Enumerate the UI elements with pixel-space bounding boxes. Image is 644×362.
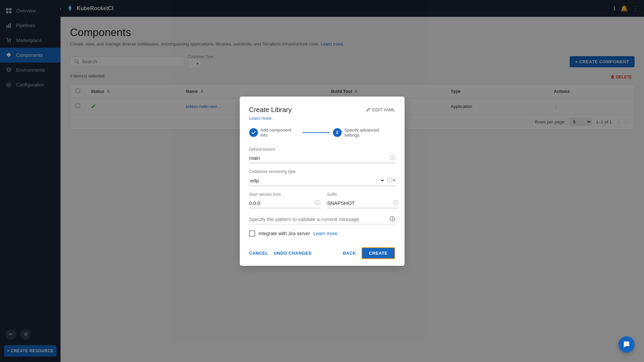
cancel-button[interactable]: CANCEL <box>249 251 268 256</box>
jira-label: Integrate with Jira server <box>259 231 310 236</box>
versioning-info-icon[interactable]: ⓘ <box>387 177 392 184</box>
step2-label: Specify advanced settings <box>344 128 395 138</box>
commit-pattern-input[interactable] <box>249 216 390 222</box>
commit-pattern-field: ⓘ <box>249 214 395 224</box>
start-version-label: Start version from <box>249 192 320 197</box>
version-suffix-row: Start version from ⓘ Suffix ⓘ <box>249 192 395 214</box>
step-connector <box>303 132 330 133</box>
step1-label: Add component info <box>261 128 299 138</box>
default-branch-field: Default branch ⓘ <box>249 147 395 163</box>
suffix-input-wrapper: ⓘ <box>327 198 399 208</box>
create-button[interactable]: CREATE <box>362 247 395 259</box>
commit-pattern-info-icon[interactable]: ⓘ <box>390 216 395 223</box>
undo-changes-button[interactable]: UNDO CHANGES <box>274 251 312 256</box>
modal-title: Create Library <box>249 106 292 114</box>
modal-learn-more-link[interactable]: Learn more. <box>249 116 395 121</box>
default-branch-input-wrapper: ⓘ <box>249 153 395 163</box>
codebase-versioning-field: Codebase versioning type edp semver defa… <box>249 169 395 186</box>
jira-row: Integrate with Jira server Learn more. <box>249 230 395 237</box>
modal-footer: CANCEL UNDO CHANGES BACK CREATE <box>249 245 395 259</box>
default-branch-input[interactable] <box>249 154 388 161</box>
modal-overlay[interactable]: Create Library EDIT YAML Learn more. Add… <box>0 0 644 362</box>
back-button[interactable]: BACK <box>343 251 356 256</box>
codebase-versioning-select[interactable]: edp semver default <box>249 177 385 184</box>
checkmark-icon <box>251 130 256 135</box>
default-branch-label: Default branch <box>249 147 395 152</box>
start-version-field: Start version from ⓘ <box>249 192 320 208</box>
default-branch-info-icon[interactable]: ⓘ <box>390 154 395 161</box>
suffix-input[interactable] <box>327 200 391 207</box>
checkbox-unchecked-icon <box>250 231 255 236</box>
jira-checkbox[interactable] <box>249 230 255 237</box>
suffix-label: Suffix <box>327 192 399 197</box>
pencil-icon <box>366 107 371 112</box>
start-version-input[interactable] <box>249 200 313 207</box>
start-version-input-wrapper: ⓘ <box>249 198 320 208</box>
jira-learn-more-link[interactable]: Learn more. <box>313 231 339 236</box>
chat-fab-button[interactable] <box>618 336 635 353</box>
start-version-info-icon[interactable]: ⓘ <box>315 200 320 207</box>
stepper: Add component info 2 Specify advanced se… <box>249 128 395 138</box>
suffix-field: Suffix ⓘ <box>327 192 399 208</box>
codebase-versioning-label: Codebase versioning type <box>249 169 395 174</box>
modal-header: Create Library EDIT YAML <box>249 106 395 114</box>
step-1: Add component info <box>249 128 299 138</box>
suffix-info-icon[interactable]: ⓘ <box>393 200 399 207</box>
codebase-versioning-input-wrapper: edp semver default ⓘ ▾ <box>249 175 395 186</box>
step-2: 2 Specify advanced settings <box>333 128 395 138</box>
step2-circle: 2 <box>333 128 342 137</box>
versioning-dropdown-icon[interactable]: ▾ <box>393 178 395 183</box>
step1-circle <box>249 128 258 137</box>
create-library-modal: Create Library EDIT YAML Learn more. Add… <box>240 97 405 266</box>
chat-icon <box>623 341 630 348</box>
edit-yaml-button[interactable]: EDIT YAML <box>366 107 395 112</box>
